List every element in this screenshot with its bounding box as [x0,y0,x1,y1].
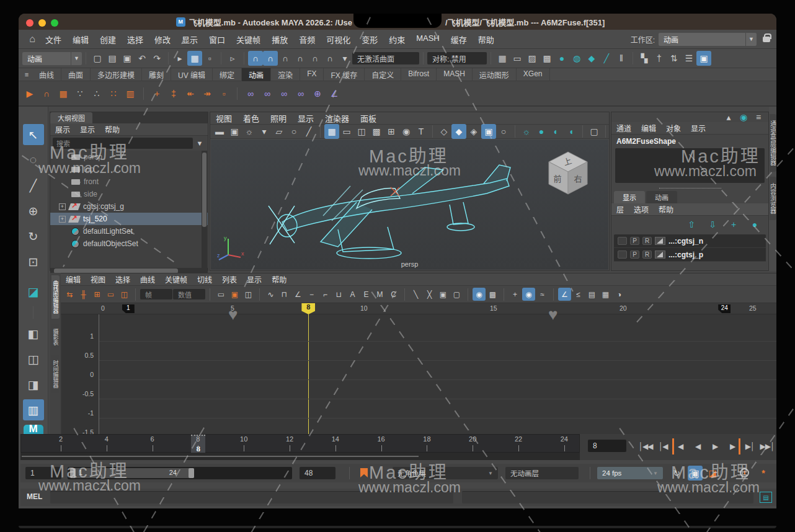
tangent-flat-icon[interactable]: − [305,288,318,301]
rotate-tool-icon[interactable]: ↻ [23,226,44,247]
layout-four-view-icon[interactable]: ◧ [23,323,44,344]
menu-item-3[interactable]: 显示 [292,112,319,124]
outliner-item-cgtsj:cgtsj_g[interactable]: +cgtsj:cgtsj_g [50,200,208,213]
select-by-component-icon[interactable]: ▫ [202,51,217,66]
layer-tab-1[interactable]: 动画 [646,191,677,203]
layer-row-...:cgtsj_p[interactable]: PR...:cgtsj_p [614,248,766,262]
range-start-handle[interactable] [70,468,76,478]
script-editor-icon[interactable]: ▤ [760,492,772,503]
undo-icon[interactable]: ↶ [135,51,149,66]
shelf-tab-10[interactable]: 自定义 [365,68,401,81]
unify-tangents-icon[interactable]: ╳ [423,288,436,301]
go-to-start-button[interactable]: │◀◀ [637,438,654,454]
wireframe-on-shaded-icon[interactable]: ◈ [466,124,481,139]
buffer-original-icon[interactable]: ◫ [242,288,255,301]
channel-layer-editor-icon[interactable]: ▣ [696,51,711,66]
new-layer-from-selected-icon[interactable]: ● [747,217,762,232]
menu-item-8[interactable]: 播放 [266,33,293,45]
pole-vector-constraint-icon[interactable]: ∠ [327,86,342,101]
menu-item-1[interactable]: 编辑 [67,33,94,45]
ghost-selected-icon[interactable]: ∵ [73,86,87,101]
menu-item-13[interactable]: MASH [411,33,445,45]
step-forward-key-button[interactable]: ▶│ [742,438,758,454]
tangent-auto-custom-icon[interactable]: C [387,288,400,301]
scale-tool-icon[interactable]: ⊡ [23,251,44,272]
menu-item-3[interactable]: 曲线 [135,274,160,285]
image-plane-icon[interactable]: ▱ [272,124,286,139]
reference-toggle[interactable]: R [642,250,652,259]
layer-tab-0[interactable]: 显示 [614,191,645,203]
menu-item-6[interactable]: 窗口 [203,33,231,45]
buffer-swap-icon[interactable]: ▣ [228,288,241,301]
light-editor-icon[interactable]: ◆ [584,51,599,66]
character-set-dropdown[interactable]: 无角色集▼ [393,467,498,479]
evaluation-toolkit-icon[interactable]: * [756,466,771,481]
hik-editor-icon[interactable]: ⇅ [667,51,682,66]
menu-item-1[interactable]: 视图 [86,274,110,285]
channel-sort-icon[interactable]: ≡ [751,110,766,125]
viewport-canvas[interactable]: 上 前 右 y x z persp [211,140,608,270]
layer-row-...:cgtsj_n[interactable]: PR...:cgtsj_n [614,234,766,248]
time-warp-icon[interactable]: ◑ [613,288,626,301]
current-frame-marker[interactable]: 8 [301,303,315,314]
menu-item-12[interactable]: 约束 [383,33,411,45]
go-to-end-button[interactable]: ▶▶│ [759,438,775,454]
symmetry-tool-icon[interactable]: ◪ [23,281,44,302]
frame-all-curves-icon[interactable]: ∠ [558,288,571,301]
view-cube[interactable]: 上 前 右 [545,149,591,198]
tangent-spline-icon[interactable]: ∿ [264,288,277,301]
menu-item-4[interactable]: 渲染器 [319,112,355,124]
menu-item-0[interactable]: 编辑 [61,274,86,285]
timeline-bookmark-flag[interactable]: 1 [122,304,135,313]
empty-layer-icon[interactable]: + [726,217,741,232]
smooth-shade-icon[interactable]: ◆ [451,124,466,139]
outliner-item-persp[interactable]: persp [50,151,208,163]
retime-keys-icon[interactable]: ◫ [118,288,131,301]
menu-item-0[interactable]: 通道 [611,123,636,133]
menu-item-5[interactable]: 切线 [192,274,217,285]
field-chart-icon[interactable]: ⊞ [384,124,399,139]
mode-dropdown[interactable]: 动画 [22,52,71,65]
home-icon[interactable]: ⌂ [25,32,40,47]
layer-color-icon[interactable] [655,237,665,245]
safe-title-icon[interactable]: T [414,124,429,139]
outliner-item-tsj_520[interactable]: +tsj_520 [50,213,208,225]
animation-start-field[interactable]: 1 [25,467,61,479]
graph-editor-timeline[interactable]: 01581015202425 [61,303,776,314]
playback-loop-icon[interactable]: ↻ [669,466,684,481]
outliner-vscrollbar[interactable] [202,151,207,268]
shelf-tab-5[interactable]: 绑定 [213,68,242,81]
buffer-snapshot-icon[interactable]: ▭ [215,288,228,301]
playblast-icon[interactable]: ▶ [22,86,37,101]
menu-item-8[interactable]: 帮助 [267,274,291,285]
lasso-select-tool-icon[interactable]: ◌ [23,149,44,171]
attribute-spreadsheet-icon[interactable]: ☰ [682,51,696,66]
play-forwards-button[interactable]: ▶ [707,438,723,454]
unghost-selected-icon[interactable]: ∴ [89,86,104,101]
render-settings-icon[interactable]: ▩ [540,51,554,66]
tangent-plateau-icon[interactable]: ⊔ [332,288,345,301]
menu-item-2[interactable]: 帮助 [654,204,678,215]
shelf-tab-9[interactable]: FX 缓存 [324,68,365,81]
search-input[interactable]: 搜索 [53,138,193,149]
tangent-step-icon[interactable]: ⌐ [319,288,332,301]
shelf-tab-11[interactable]: Bifrost [401,68,437,81]
visibility-checkbox[interactable] [618,237,627,245]
current-time-field[interactable]: 8 [588,440,626,452]
pause-viewport-icon[interactable]: ‖ [614,51,629,66]
menu-item-2[interactable]: 照明 [265,112,292,124]
menu-item-7[interactable]: 关键帧 [231,33,266,45]
move-keys-tool-icon[interactable]: + [509,288,522,301]
menu-item-1[interactable]: 着色 [238,112,265,124]
free-tangent-weight-icon[interactable]: ▢ [450,288,463,301]
mel-input-field[interactable] [50,491,453,503]
layout-persp-graph-icon[interactable]: ◨ [23,374,44,395]
menu-item-1[interactable]: 编辑 [636,123,661,133]
motion-blur-icon[interactable]: ◖ [564,124,579,139]
workspace-dropdown-arrow[interactable]: ▼ [745,33,757,46]
mode-dropdown-arrow[interactable]: ▼ [71,52,82,65]
lighting-icon[interactable]: ☼ [519,124,534,139]
outliner-tab[interactable]: 大纲视图 [50,112,92,123]
channel-list-area[interactable] [615,148,765,183]
shelf-tab-14[interactable]: XGen [517,68,550,81]
